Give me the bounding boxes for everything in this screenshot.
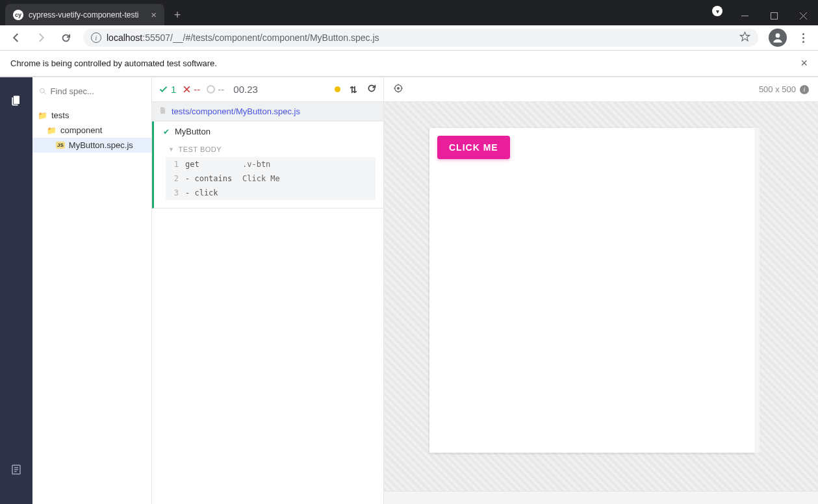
duration: 00.23 [233,84,258,95]
find-spec-field[interactable] [51,86,145,96]
window-titlebar: cy cypress-vuetify-component-testi × + ▾ [0,0,818,25]
test-title-row[interactable]: ✔ MyButton [154,121,383,142]
stat-pending: -- [207,84,224,95]
test-name: MyButton [175,127,211,136]
tree-folder-tests[interactable]: 📁 tests [32,108,151,123]
caret-down-icon: ▼ [168,146,174,153]
preview-body: CLICK ME [384,102,818,491]
cmd-message: Click Me [242,174,280,183]
reload-button[interactable] [55,27,77,49]
test-body-label[interactable]: ▼ TEST BODY [154,142,383,157]
back-button[interactable] [5,27,27,49]
cmd-name: get [185,160,236,169]
pending-icon [207,85,215,94]
folder-icon: 📁 [47,126,57,135]
new-tab-button[interactable]: + [168,6,186,24]
tree-file-mybutton[interactable]: JS MyButton.spec.js [32,138,151,153]
stat-passed: 1 [159,84,176,95]
svg-point-2 [776,33,780,38]
tab-strip: cy cypress-vuetify-component-testi × + [5,4,186,25]
check-icon: ✔ [163,127,170,136]
reporter-empty [152,208,383,504]
tab-close-icon[interactable]: × [151,9,157,20]
reporter-header: 1 -- -- 00.23 ⇅ [152,77,383,102]
auto-scroll-indicator-icon [335,86,340,92]
spec-tree: 📁 tests 📁 component JS MyButton.spec.js [32,108,151,153]
infobar-message: Chrome is being controlled by automated … [10,58,217,68]
bookmark-star-icon[interactable] [739,31,750,45]
aut-frame: CLICK ME [429,128,754,453]
file-icon [159,106,166,117]
reporter-panel: 1 -- -- 00.23 ⇅ tests/component/MyButton… [152,77,384,504]
preview-panel: 500 x 500 i CLICK ME [384,77,818,504]
viewport-dimensions: 500 x 500 i [759,84,809,94]
window-close-button[interactable] [789,6,818,25]
window-minimize-button[interactable] [730,6,760,25]
infobar-close-icon[interactable]: × [800,57,808,70]
spec-list-panel: 📁 tests 📁 component JS MyButton.spec.js [32,77,152,504]
svg-rect-1 [771,12,778,19]
search-icon [39,87,47,95]
tab-title: cypress-vuetify-component-testi [29,10,146,19]
cmd-number: 2 [171,174,179,183]
selector-playground-button[interactable] [393,83,403,96]
docs-nav-icon[interactable] [10,464,22,478]
folder-icon: 📁 [38,111,47,120]
spec-file-header[interactable]: tests/component/MyButton.spec.js [152,102,383,121]
address-bar: i localhost:55507/__/#/tests/component/c… [0,25,818,51]
stat-failed: -- [183,84,200,95]
cmd-name: - contains [185,174,236,183]
info-icon[interactable]: i [800,85,809,94]
command-log: 1 get .v-btn 2 - contains Click Me 3 - c… [166,157,376,200]
collapse-expand-icon[interactable]: ⇅ [350,84,357,95]
browser-menu-button[interactable] [793,33,813,43]
check-icon [159,84,168,94]
cmd-message: .v-btn [242,160,270,169]
svg-point-6 [398,87,400,89]
find-spec-input[interactable] [32,82,151,100]
command-row[interactable]: 2 - contains Click Me [166,171,376,186]
js-file-icon: JS [56,142,65,149]
tree-label: component [60,125,102,135]
left-rail [0,77,32,504]
cmd-number: 1 [171,160,179,169]
preview-footer [384,491,818,504]
test-block[interactable]: ✔ MyButton ▼ TEST BODY 1 get .v-btn 2 - … [152,121,383,208]
tab-favicon-icon: cy [13,10,23,20]
chevron-down-icon[interactable]: ▾ [712,6,722,16]
command-row[interactable]: 3 - click [166,186,376,200]
window-maximize-button[interactable] [760,6,789,25]
tree-folder-component[interactable]: 📁 component [32,123,151,138]
preview-header: 500 x 500 i [384,77,818,102]
app-main: 📁 tests 📁 component JS MyButton.spec.js … [0,77,818,504]
profile-avatar[interactable] [769,29,787,47]
url-field[interactable]: i localhost:55507/__/#/tests/component/c… [83,29,758,47]
command-row[interactable]: 1 get .v-btn [166,157,376,171]
forward-button[interactable] [30,27,52,49]
svg-rect-0 [741,16,748,16]
automation-infobar: Chrome is being controlled by automated … [0,51,818,77]
browser-tab[interactable]: cy cypress-vuetify-component-testi × [5,4,164,25]
site-info-icon[interactable]: i [91,32,101,43]
tree-label: tests [51,110,69,120]
url-text: localhost:55507/__/#/tests/component/com… [107,32,734,43]
click-me-button[interactable]: CLICK ME [437,136,510,159]
cmd-number: 3 [171,188,179,197]
reporter-actions: ⇅ [335,83,377,96]
x-icon [183,85,191,94]
window-controls: ▾ [712,6,818,25]
tree-label: MyButton.spec.js [69,140,133,150]
specs-nav-icon[interactable] [10,94,23,110]
spec-file-path: tests/component/MyButton.spec.js [172,107,300,116]
cmd-name: - click [185,188,236,197]
rerun-button[interactable] [366,83,377,96]
svg-point-4 [40,88,44,93]
